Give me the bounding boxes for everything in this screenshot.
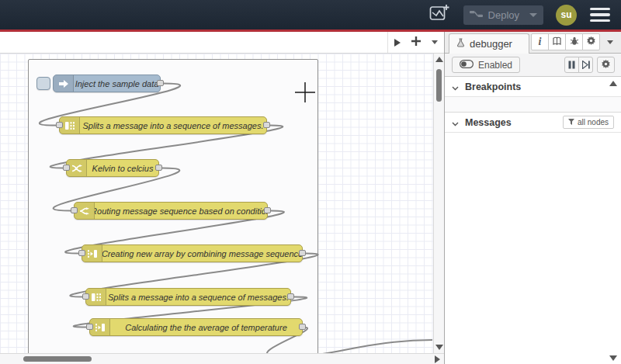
sidebar-tab-buttons: i bbox=[531, 33, 600, 50]
output-port[interactable] bbox=[264, 207, 271, 213]
inject-trigger-button[interactable] bbox=[36, 77, 50, 90]
inject-arrow-icon bbox=[54, 75, 74, 92]
debug-sidebar: debugger i bbox=[444, 32, 621, 364]
step-button[interactable] bbox=[578, 57, 593, 73]
vertical-scrollbar-thumb[interactable] bbox=[436, 69, 442, 102]
breakpoints-title: Breakpoints bbox=[465, 81, 521, 92]
chart-sparkle-icon bbox=[428, 3, 450, 26]
gear-icon bbox=[601, 58, 611, 72]
messages-list[interactable] bbox=[445, 133, 621, 364]
header-bar: Deploy su bbox=[0, 0, 621, 29]
debugger-play-controls bbox=[564, 57, 593, 73]
node-label: Splits a message into a sequence of mess… bbox=[106, 289, 290, 305]
breakpoints-section-header[interactable]: Breakpoints bbox=[445, 77, 621, 97]
chevron-down-icon[interactable] bbox=[529, 13, 537, 17]
debugger-enabled-toggle[interactable]: Enabled bbox=[452, 57, 520, 73]
sidebar-tab-row: debugger i bbox=[445, 32, 621, 54]
input-port[interactable] bbox=[86, 324, 93, 330]
input-port[interactable] bbox=[56, 122, 63, 128]
output-port[interactable] bbox=[299, 250, 306, 256]
output-port[interactable] bbox=[155, 165, 162, 171]
debugger-control-row: Enabled bbox=[445, 54, 621, 77]
node-red-app: Deploy su Inject the sample dataSplit bbox=[0, 0, 621, 364]
flow-node-split[interactable]: Splits a message into a sequence of mess… bbox=[59, 116, 267, 134]
flow-list-button[interactable] bbox=[425, 32, 444, 53]
node-label: Kelvin to celcius bbox=[87, 160, 158, 176]
flow-node-switch[interactable]: Routing message sequence based on condit… bbox=[74, 202, 268, 220]
debugger-panel: Breakpoints Messages all nodes bbox=[445, 77, 621, 364]
chevron-down-icon bbox=[452, 116, 459, 130]
breakpoints-empty-list bbox=[445, 97, 621, 113]
tab-debugger[interactable]: debugger bbox=[449, 33, 529, 54]
output-port[interactable] bbox=[287, 293, 294, 300]
hamburger-menu-button[interactable] bbox=[589, 5, 611, 25]
chevron-down-icon bbox=[432, 40, 438, 44]
flow-node-change[interactable]: Kelvin to celcius bbox=[66, 159, 159, 177]
chevron-down-icon bbox=[452, 80, 459, 94]
user-avatar[interactable]: su bbox=[556, 5, 577, 26]
filter-label: all nodes bbox=[578, 118, 609, 127]
workspace-area: Inject the sample dataSplits a message i… bbox=[0, 32, 444, 364]
output-port[interactable] bbox=[299, 324, 306, 330]
play-icon bbox=[394, 39, 401, 47]
flow-node-join[interactable]: Calculating the the average of temperatu… bbox=[89, 318, 303, 336]
deploy-button[interactable]: Deploy bbox=[463, 5, 543, 25]
deploy-icon bbox=[470, 8, 483, 22]
node-label: Routing message sequence based on condit… bbox=[95, 203, 267, 219]
tab-debugger-label: debugger bbox=[470, 38, 512, 50]
scroll-up-icon[interactable] bbox=[609, 81, 617, 86]
debug-tab-button[interactable] bbox=[565, 33, 583, 50]
pause-button[interactable] bbox=[564, 57, 579, 73]
plus-icon bbox=[411, 36, 422, 50]
flask-icon bbox=[456, 38, 465, 50]
deploy-label: Deploy bbox=[488, 9, 519, 21]
scroll-up-icon[interactable] bbox=[435, 57, 443, 62]
scroll-right-icon[interactable] bbox=[435, 355, 440, 363]
help-tab-button[interactable] bbox=[548, 33, 566, 50]
input-port[interactable] bbox=[78, 250, 85, 256]
output-port[interactable] bbox=[157, 80, 164, 86]
flow-node-inject[interactable]: Inject the sample data bbox=[53, 75, 161, 92]
input-port[interactable] bbox=[82, 293, 89, 300]
info-icon: i bbox=[539, 36, 542, 48]
crosshair-cursor bbox=[295, 82, 315, 102]
canvas-horizontal-scrollbar[interactable] bbox=[0, 353, 444, 364]
flow-node-join[interactable]: Creating new array by combining message … bbox=[82, 244, 303, 262]
canvas-vertical-scrollbar[interactable] bbox=[433, 54, 444, 353]
info-tab-button[interactable]: i bbox=[531, 33, 549, 50]
debugger-settings-button[interactable] bbox=[597, 57, 615, 73]
node-label: Creating new array by combining message … bbox=[102, 245, 302, 262]
input-port[interactable] bbox=[63, 165, 70, 171]
message-filter-button[interactable]: all nodes bbox=[563, 116, 614, 129]
filter-icon bbox=[568, 118, 574, 127]
hamburger-icon bbox=[590, 8, 610, 11]
focus-flow-button[interactable] bbox=[388, 32, 407, 53]
canvas[interactable]: Inject the sample dataSplits a message i… bbox=[0, 54, 433, 353]
flow-node-split[interactable]: Splits a message into a sequence of mess… bbox=[85, 288, 291, 306]
messages-title: Messages bbox=[465, 117, 512, 128]
messages-section-header[interactable]: Messages all nodes bbox=[445, 113, 621, 133]
pause-icon bbox=[568, 58, 575, 72]
workspace-tab-toolbar bbox=[0, 32, 444, 54]
sidebar-menu-button[interactable] bbox=[604, 33, 616, 50]
chevron-down-icon bbox=[607, 40, 613, 44]
horizontal-scrollbar-thumb[interactable] bbox=[23, 356, 92, 362]
node-label: Splits a message into a sequence of mess… bbox=[80, 117, 266, 133]
output-port[interactable] bbox=[263, 122, 270, 128]
toggle-icon bbox=[460, 60, 474, 71]
config-tab-button[interactable] bbox=[582, 33, 600, 50]
book-icon bbox=[552, 35, 562, 49]
scroll-down-icon[interactable] bbox=[435, 345, 443, 350]
gear-icon bbox=[586, 35, 596, 49]
add-flow-button[interactable] bbox=[407, 32, 425, 53]
input-port[interactable] bbox=[71, 207, 78, 213]
node-label: Inject the sample data bbox=[74, 75, 160, 92]
node-label: Calculating the the average of temperatu… bbox=[110, 319, 302, 335]
step-icon bbox=[582, 58, 590, 72]
enabled-label: Enabled bbox=[478, 60, 512, 71]
chart-sparkle-button[interactable] bbox=[428, 5, 451, 26]
scroll-down-icon[interactable] bbox=[609, 355, 617, 361]
bug-icon bbox=[570, 35, 579, 49]
